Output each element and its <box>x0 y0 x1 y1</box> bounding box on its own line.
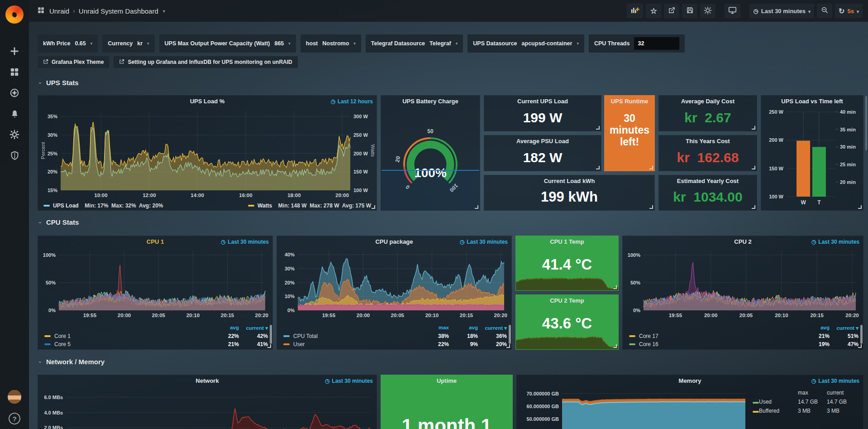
time-override-badge: Last 30 minutes <box>811 378 859 384</box>
ups-bar-chart[interactable]: 100 W150 W200 W250 W20 min25 min30 min35… <box>762 107 862 208</box>
legend-series-user[interactable]: User <box>283 341 420 347</box>
legend-scrollbar[interactable] <box>509 325 511 344</box>
svg-text:T: T <box>817 199 821 206</box>
variable-cpu-threads[interactable]: CPU Threads <box>589 34 685 53</box>
panel-ups-battery-charge: UPS Battery Charge 02050100100% <box>381 95 480 211</box>
legend-sort-current[interactable]: current ▾ <box>239 325 268 331</box>
sidebar-item-create[interactable] <box>0 42 29 63</box>
page-scrollbar[interactable] <box>865 96 867 150</box>
cpu2-chart[interactable]: 0%50%100%19:5520:0020:0520:1020:1520:20 <box>625 248 861 319</box>
sidebar-item-configuration[interactable] <box>0 125 29 146</box>
panel-title[interactable]: UPS Runtime <box>605 98 654 105</box>
network-chart[interactable]: 2.0 MBs4.0 MBs6.0 MBs <box>40 387 375 429</box>
svg-text:35 min: 35 min <box>840 127 856 132</box>
panel-title[interactable]: Current UPS Load <box>484 98 601 105</box>
time-range-picker[interactable]: Last 30 minutes <box>749 4 814 18</box>
dashboard-link-setting-up-grafana-and-influxdb-for-ups-monitoring-on-unraid[interactable]: Setting up Grafana and InfluxDB for UPS … <box>114 56 297 68</box>
sidebar-item-explore[interactable] <box>0 83 29 104</box>
legend-sort-current[interactable]: current <box>827 390 856 396</box>
navbar: Unraid › Unraid System Dashboard ▾ ☆ Las… <box>29 0 868 22</box>
dashboard-link-grafana-plex-theme[interactable]: Grafana Plex Theme <box>38 56 109 68</box>
legend-sort-max[interactable]: max <box>798 390 827 396</box>
variable-kwh-price[interactable]: kWh Price0.65▾ <box>38 34 98 53</box>
ups-load-chart[interactable]: 15%20%25%30%35%100 W150 W200 W250 W300 W… <box>40 107 375 199</box>
refresh-picker[interactable]: 5s <box>835 4 863 18</box>
sidebar-item-dashboards[interactable] <box>0 63 29 83</box>
panel-title[interactable]: This Years Cost <box>659 138 757 145</box>
legend-sort-current[interactable]: current ▾ <box>830 325 858 331</box>
panel-title[interactable]: Uptime <box>381 377 512 384</box>
panel-title[interactable]: CPU 1 Temp <box>516 238 618 245</box>
panel-title[interactable]: Estimated Yearly Cost <box>659 178 757 184</box>
save-button[interactable] <box>682 4 697 18</box>
stat-value: kr 2.67 <box>659 110 757 125</box>
zoom-out-button[interactable] <box>817 4 832 18</box>
svg-text:40%: 40% <box>285 252 295 257</box>
legend-scrollbar[interactable] <box>270 325 272 344</box>
help-icon[interactable]: ? <box>9 413 20 424</box>
legend-sort-avg[interactable]: avg <box>449 325 478 331</box>
legend-sort-max[interactable]: max <box>420 325 449 331</box>
cycle-view-mode-button[interactable] <box>725 4 740 18</box>
panel-title[interactable]: UPS Load % <box>38 98 377 105</box>
section-ups-stats[interactable]: ⌄ UPS Stats <box>38 79 79 87</box>
variable-input[interactable] <box>634 37 679 50</box>
share-icon <box>668 6 676 15</box>
panel-ups-runtime: UPS Runtime 30 minutes left! <box>604 95 655 171</box>
legend-series-watts[interactable]: Watts Min: 148 W Max: 278 W Avg: 175 W <box>248 202 371 209</box>
gear-icon <box>10 130 19 141</box>
panel-average-psu-load: Average PSU Load 182 W <box>484 135 601 171</box>
breadcrumb-dashboard[interactable]: Unraid System Dashboard <box>79 7 158 15</box>
chevron-down-icon[interactable]: ▾ <box>163 9 165 14</box>
svg-text:20%: 20% <box>48 169 57 174</box>
panel-average-daily-cost: Average Daily Cost kr 2.67 <box>658 95 757 131</box>
dashboard-grid-icon[interactable] <box>37 6 45 16</box>
sidebar-item-server-admin[interactable] <box>0 146 29 167</box>
variable-host[interactable]: hostNostromo▾ <box>300 34 361 53</box>
series-color-marker <box>629 335 635 337</box>
dashboard-settings-button[interactable] <box>700 4 715 18</box>
breadcrumb-folder[interactable]: Unraid <box>49 7 69 15</box>
legend-sort-current[interactable]: current ▾ <box>478 325 507 331</box>
legend-sort-avg[interactable]: avg <box>801 325 830 331</box>
variable-currency[interactable]: Currencykr▾ <box>102 34 154 53</box>
legend-series-core-5[interactable]: Core 5 <box>44 341 210 347</box>
cpu1-chart[interactable]: 0%50%100%19:5520:0020:0520:1020:1520:20 <box>40 248 271 319</box>
variable-ups-max-output-power-capacity-watt[interactable]: UPS Max Output Power Capacity (Watt)865▾ <box>159 34 296 53</box>
star-button[interactable]: ☆ <box>646 4 661 18</box>
svg-text:25 min: 25 min <box>840 162 856 167</box>
section-network-memory[interactable]: ⌄ Network / Memory <box>38 358 105 366</box>
svg-text:19:55: 19:55 <box>322 313 336 318</box>
legend-series-ups-load[interactable]: UPS Load Min: 17% Max: 32% Avg: 20% <box>43 202 163 209</box>
grafana-logo[interactable] <box>5 5 24 24</box>
legend-value: 36% <box>478 333 507 339</box>
user-avatar[interactable] <box>8 390 21 404</box>
stat-value: 43.6 °C <box>516 315 618 332</box>
svg-text:30%: 30% <box>285 266 295 271</box>
legend-series-core-17[interactable]: Core 17 <box>629 333 801 339</box>
panel-title[interactable]: Current Load kWh <box>484 178 654 184</box>
svg-text:20:10: 20:10 <box>425 313 439 318</box>
svg-text:20:00: 20:00 <box>704 313 717 318</box>
panel-title[interactable]: CPU 2 Temp <box>516 297 618 304</box>
panel-title[interactable]: UPS Battery Charge <box>381 98 480 105</box>
panel-title[interactable]: UPS Load vs Time left <box>761 98 863 105</box>
legend-series-core-1[interactable]: Core 1 <box>44 333 210 339</box>
memory-chart[interactable]: 50.000000 GB60.000000 GB70.000000 GB <box>519 387 750 429</box>
variable-ups-datasource[interactable]: UPS Datasourceapcupsd-container▾ <box>467 34 584 53</box>
legend-series-cpu-total[interactable]: CPU Total <box>283 333 420 339</box>
section-cpu-stats[interactable]: ⌄ CPU Stats <box>38 218 79 226</box>
variable-telegraf-datasource[interactable]: Telegraf DatasourceTelegraf▾ <box>366 34 463 53</box>
legend-series-core-16[interactable]: Core 16 <box>629 341 801 347</box>
legend-series-used[interactable]: Used <box>753 399 798 405</box>
panel-title[interactable]: Average Daily Cost <box>659 98 757 105</box>
chevron-down-icon: ⌄ <box>38 78 43 85</box>
panel-title[interactable]: Average PSU Load <box>484 138 601 145</box>
sidebar-item-alerting[interactable] <box>0 104 29 125</box>
legend-sort-avg[interactable]: avg <box>210 325 239 331</box>
cpu-package-chart[interactable]: 0%10%20%30%40%19:5520:0020:0520:1020:152… <box>279 248 510 319</box>
legend-series-buffered[interactable]: Buffered <box>753 408 798 414</box>
add-panel-button[interactable] <box>627 4 643 18</box>
legend-scrollbar[interactable] <box>860 325 863 344</box>
share-button[interactable] <box>664 4 679 18</box>
